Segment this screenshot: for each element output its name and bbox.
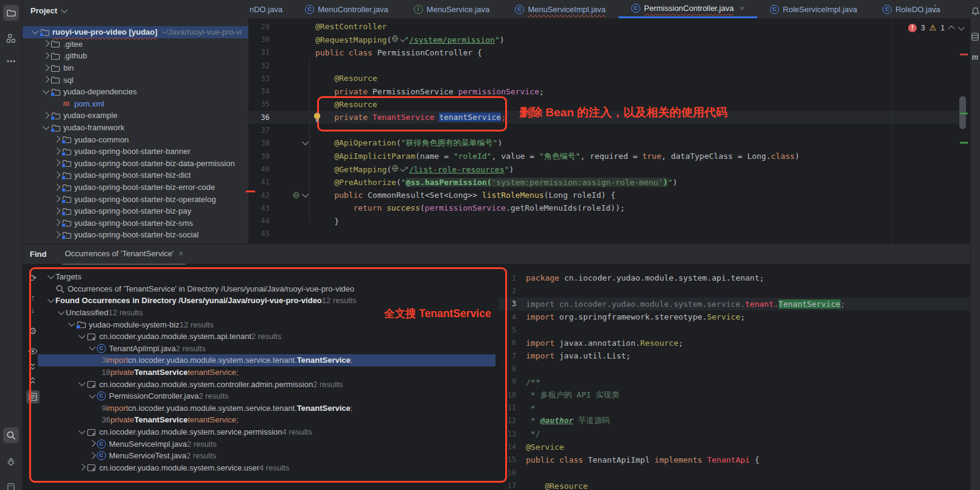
find-result-row[interactable]: CTenantApiImpl.java 2 results	[38, 343, 495, 355]
code-line-2[interactable]: 2	[499, 284, 970, 297]
code-line-4[interactable]: 4import org.springframework.stereotype.S…	[499, 310, 970, 323]
code-line-34[interactable]: 34private PermissionService permissionSe…	[248, 85, 959, 97]
code-line-40[interactable]: 40@GetMapping("/list-role-resources")	[248, 163, 959, 175]
project-tree-row[interactable]: yudao-dependencies	[23, 86, 248, 98]
chevron-right-icon[interactable]	[54, 219, 60, 226]
find-result-row[interactable]: CMenuServiceImpl.java 2 results	[38, 438, 495, 450]
chevron-down-icon[interactable]	[43, 123, 49, 130]
tab-RoleServiceImpl.java[interactable]: CRoleServiceImpl.java	[757, 0, 870, 18]
stripe-more-button[interactable]: ⋯	[3, 54, 19, 69]
code-line-32[interactable]: 32	[248, 59, 959, 72]
code-line-38[interactable]: 38@ApiOperation("获得角色拥有的菜单编号")	[248, 137, 959, 150]
find-result-row[interactable]: cn.iocoder.yudao.module.system.controlle…	[38, 378, 495, 390]
code-line-14[interactable]: 14@Service	[499, 440, 970, 453]
tab-MenuController.java[interactable]: CMenuController.java	[292, 0, 401, 18]
code-line-7[interactable]: 7import java.util.List;	[499, 349, 970, 362]
project-tree-row[interactable]: .github	[23, 50, 248, 62]
chevron-down-icon[interactable]	[43, 87, 49, 94]
stripe-maven-button[interactable]: m	[968, 51, 980, 64]
code-line-30[interactable]: 30@RequestMapping("/system/permission")	[248, 33, 959, 46]
chevron-right-icon[interactable]	[54, 147, 60, 154]
project-tree-row[interactable]: bin	[23, 62, 248, 74]
find-result-row[interactable]: cn.iocoder.yudao.module.system.service.p…	[38, 426, 495, 438]
find-result-row[interactable]: CPermissionController.java 2 results	[38, 390, 495, 402]
chevron-right-icon[interactable]	[43, 52, 49, 59]
chevron-down-icon[interactable]	[32, 27, 38, 34]
chevron-right-icon[interactable]	[54, 231, 60, 238]
chevron-down-icon[interactable]	[68, 320, 75, 326]
chevron-down-icon[interactable]	[79, 379, 85, 386]
project-tree-row[interactable]: yudao-common	[23, 133, 248, 145]
project-tree-row[interactable]: .gitee	[23, 38, 248, 51]
project-tree-row[interactable]: yudao-spring-boot-starter-biz-pay	[23, 205, 248, 217]
inspection-widget[interactable]: ! 3 ⚠ 1	[908, 23, 963, 32]
chevron-right-icon[interactable]	[43, 76, 49, 83]
chevron-down-icon[interactable]	[79, 427, 85, 434]
chevron-down-icon[interactable]	[89, 344, 96, 351]
find-result-row[interactable]: Found Occurrences in Directory /Users/yu…	[38, 295, 495, 307]
code-line-9[interactable]: 9/**	[499, 376, 970, 388]
chevron-down-icon[interactable]	[47, 272, 54, 279]
fold-icon[interactable]	[302, 191, 309, 197]
chevron-down-icon[interactable]	[58, 308, 65, 315]
chevron-right-icon[interactable]	[54, 207, 60, 214]
code-line-11[interactable]: 11 *	[499, 401, 970, 414]
code-line-29[interactable]: 29@RestController	[248, 20, 959, 33]
stripe-structure-button[interactable]	[3, 30, 19, 46]
close-icon[interactable]: ×	[179, 249, 184, 258]
code-line-44[interactable]: 44}	[248, 214, 959, 227]
code-line-13[interactable]: 13 */	[499, 427, 970, 440]
project-tree-row[interactable]: yudao-spring-boot-starter-biz-sms	[23, 217, 248, 229]
project-tree-row[interactable]: yudao-example	[23, 110, 248, 122]
code-line-3[interactable]: 3import cn.iocoder.yudao.module.system.s…	[499, 298, 970, 310]
find-result-row[interactable]: 9 import cn.iocoder.yudao.module.system.…	[38, 402, 495, 415]
tab-options-kebab-icon[interactable]: ⋮	[929, 2, 941, 14]
find-results-tab[interactable]: Occurrences of 'TenantService' ×	[62, 243, 186, 265]
project-tree-row[interactable]: yudao-framework	[23, 122, 248, 134]
project-tree-row[interactable]: sql	[23, 74, 248, 86]
stripe-search-button[interactable]	[3, 427, 19, 443]
find-result-row[interactable]: CMenuServiceTest.java 2 results	[38, 450, 495, 462]
code-line-5[interactable]: 5	[499, 323, 970, 336]
code-line-41[interactable]: 41@PreAuthorize("@ss.hasPermission('syst…	[248, 176, 959, 189]
editor-permission-controller[interactable]: 29@RestController30@RequestMapping("/sys…	[248, 18, 959, 245]
code-line-37[interactable]: 37	[248, 124, 959, 136]
error-stripe-mark[interactable]	[960, 54, 968, 55]
preview-editor-tenant-api-impl[interactable]: 1package cn.iocoder.yudao.module.system.…	[499, 264, 970, 490]
code-line-16[interactable]: 16	[499, 466, 970, 479]
stripe-debug-button[interactable]	[3, 453, 19, 469]
find-result-row[interactable]: 3 import cn.iocoder.yudao.module.system.…	[38, 354, 495, 366]
chevron-right-icon[interactable]	[43, 40, 49, 47]
fold-icon[interactable]	[302, 139, 309, 145]
chevron-right-icon[interactable]	[54, 136, 60, 142]
chevron-right-icon[interactable]	[54, 159, 60, 166]
chevron-right-icon[interactable]	[89, 452, 96, 458]
code-line-17[interactable]: 17@Resource	[499, 480, 970, 490]
chevron-right-icon[interactable]	[43, 64, 49, 71]
next-error-icon[interactable]	[958, 23, 965, 30]
code-line-12[interactable]: 12 * @author 芋道源码	[499, 415, 970, 427]
change-stripe-mark[interactable]	[960, 142, 968, 144]
find-result-row[interactable]: Occurrences of 'TenantService' in Direct…	[38, 283, 495, 295]
globe-icon[interactable]	[391, 35, 399, 43]
project-tree-row[interactable]: yudao-spring-boot-starter-biz-dict	[23, 169, 248, 181]
find-result-row[interactable]: cn.iocoder.yudao.module.system.service.u…	[38, 462, 495, 474]
prev-error-icon[interactable]	[948, 25, 954, 32]
find-result-row[interactable]: 36 private TenantService tenantService;	[38, 414, 495, 426]
globe-icon[interactable]	[292, 191, 300, 199]
code-line-1[interactable]: 1package cn.iocoder.yudao.module.system.…	[499, 271, 970, 284]
tab-PermissionController.java[interactable]: CPermissionController.java×	[618, 0, 757, 18]
project-panel-header[interactable]: Project	[23, 0, 248, 21]
stripe-notifications-bell-button[interactable]	[968, 4, 980, 18]
code-line-33[interactable]: 33@Resource	[248, 72, 959, 85]
project-tree-row[interactable]: yudao-spring-boot-starter-biz-social	[23, 229, 248, 241]
stripe-project-folder-button[interactable]	[3, 5, 19, 21]
code-line-6[interactable]: 6import javax.annotation.Resource;	[499, 337, 970, 349]
stripe-database-button[interactable]	[968, 30, 980, 43]
find-result-row[interactable]: cn.iocoder.yudao.module.system.api.tenan…	[38, 331, 495, 343]
chevron-right-icon[interactable]	[79, 464, 85, 471]
code-line-42[interactable]: 42public CommonResult<Set<Long>> listRol…	[248, 189, 959, 201]
code-line-45[interactable]: 45	[248, 228, 959, 240]
code-line-8[interactable]: 8	[499, 362, 970, 375]
code-line-31[interactable]: 31public class PermissionController {	[248, 46, 959, 59]
